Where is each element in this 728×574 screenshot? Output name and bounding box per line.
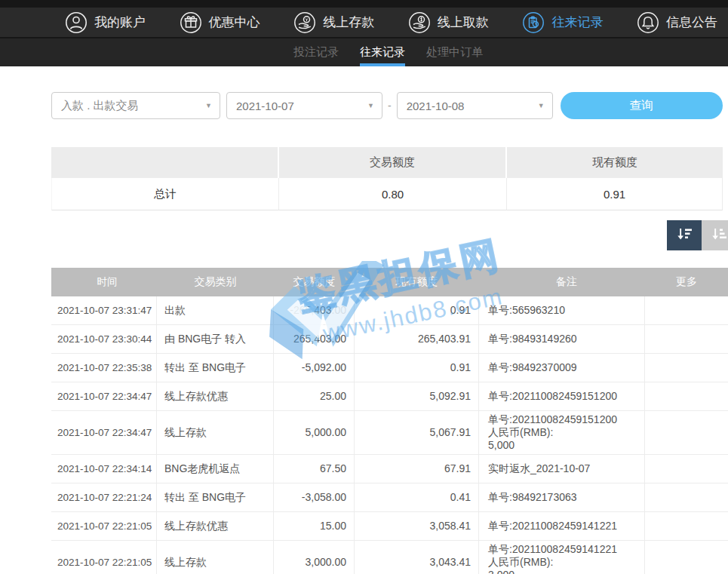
sort-desc-button[interactable] xyxy=(667,220,702,250)
cell-remark: 单号:202110082459141221 人民币(RMB): 3,000 xyxy=(479,541,645,574)
cell-remark: 单号:98492173063 xyxy=(479,483,645,511)
content-area: 入款 . 出款交易 ▼ 2021-10-07 ▼ - 2021-10-08 ▼ … xyxy=(0,92,728,574)
table-row: 2021-10-07 22:34:47 线上存款 5,000.00 5,067.… xyxy=(51,411,728,455)
cell-remark: 实时返水_2021-10-07 xyxy=(479,455,645,483)
cell-balance: 0.91 xyxy=(355,354,479,382)
cell-more xyxy=(645,541,728,574)
tab-transaction-records[interactable]: 往来记录 xyxy=(360,38,405,66)
cell-time: 2021-10-07 23:30:44 xyxy=(51,325,157,353)
summary-transaction-amount: 0.80 xyxy=(279,178,507,210)
table-row: 2021-10-07 22:21:24 转出 至 BNG电子 -3,058.00… xyxy=(51,483,728,512)
cell-more xyxy=(645,354,728,382)
deposit-icon xyxy=(293,11,316,34)
cell-remark: 单号:565963210 xyxy=(479,296,645,324)
cell-amount: 3,000.00 xyxy=(274,541,355,574)
cell-amount: -265,403.00 xyxy=(274,296,355,324)
cell-remark: 单号:202110082459141221 xyxy=(479,512,645,540)
column-header-remark: 备注 xyxy=(479,268,645,296)
cell-time: 2021-10-07 22:34:47 xyxy=(51,382,157,410)
summary-current-amount: 0.91 xyxy=(507,178,723,210)
transactions-header-row: 时间 交易类别 交易额度 现有额度 备注 更多 xyxy=(51,268,728,296)
cell-remark: 单号:202110082459151200 人民币(RMB): 5,000 xyxy=(479,411,645,454)
cell-remark: 单号:98493149260 xyxy=(479,325,645,353)
cell-time: 2021-10-07 23:31:47 xyxy=(51,296,157,324)
cell-more xyxy=(645,325,728,353)
bell-icon xyxy=(637,11,659,34)
cell-balance: 0.41 xyxy=(355,483,479,511)
cell-more xyxy=(645,512,728,540)
cell-amount: 67.50 xyxy=(274,455,355,483)
sort-ascending-icon xyxy=(709,225,728,247)
sort-asc-button[interactable] xyxy=(702,220,728,250)
chevron-down-icon: ▼ xyxy=(367,102,374,109)
cell-type: 线上存款 xyxy=(157,411,274,454)
chevron-down-icon: ▼ xyxy=(538,102,545,109)
cell-balance: 0.91 xyxy=(355,296,479,324)
nav-item-transaction-records[interactable]: 往来记录 xyxy=(522,11,603,34)
date-from-value: 2021-10-07 xyxy=(236,100,294,112)
transaction-type-select[interactable]: 入款 . 出款交易 ▼ xyxy=(51,92,220,119)
cell-balance: 5,067.91 xyxy=(355,411,479,454)
cell-amount: -3,058.00 xyxy=(274,483,355,511)
cell-type: 线上存款 xyxy=(157,541,274,574)
user-icon xyxy=(65,11,88,34)
date-to-value: 2021-10-08 xyxy=(407,100,465,112)
cell-balance: 3,043.41 xyxy=(355,541,479,574)
table-row: 2021-10-07 22:34:47 线上存款优惠 25.00 5,092.9… xyxy=(51,382,728,411)
column-header-type: 交易类别 xyxy=(157,268,274,296)
summary-header-row: 交易额度 现有额度 xyxy=(51,147,723,178)
cell-time: 2021-10-07 22:34:14 xyxy=(51,455,157,483)
main-nav: 我的账户 优惠中心 线上存款 线上取款 往来记录 信息公告 xyxy=(0,8,728,38)
records-icon xyxy=(522,11,545,34)
query-button[interactable]: 查询 xyxy=(561,92,723,119)
cell-time: 2021-10-07 22:21:05 xyxy=(51,512,157,540)
cell-amount: 25.00 xyxy=(274,382,355,410)
cell-amount: 265,403.00 xyxy=(274,325,355,353)
cell-more xyxy=(645,296,728,324)
cell-balance: 5,092.91 xyxy=(355,382,479,410)
cell-time: 2021-10-07 22:21:24 xyxy=(51,483,157,511)
sort-controls xyxy=(667,220,728,250)
cell-type: BNG老虎机返点 xyxy=(157,455,274,483)
date-range-separator: - xyxy=(388,100,392,112)
table-row: 2021-10-07 22:21:05 线上存款 3,000.00 3,043.… xyxy=(51,541,728,574)
column-header-balance: 现有额度 xyxy=(355,268,479,296)
cell-type: 由 BNG电子 转入 xyxy=(157,325,274,353)
date-from-select[interactable]: 2021-10-07 ▼ xyxy=(226,92,382,119)
cell-type: 转出 至 BNG电子 xyxy=(157,354,274,382)
nav-item-promotions[interactable]: 优惠中心 xyxy=(180,11,260,34)
summary-table: 交易额度 现有额度 总计 0.80 0.91 xyxy=(51,147,723,210)
table-row: 2021-10-07 22:35:38 转出 至 BNG电子 -5,092.00… xyxy=(51,354,728,382)
cell-amount: -5,092.00 xyxy=(274,354,355,382)
nav-item-label: 线上存款 xyxy=(323,14,374,31)
nav-item-label: 信息公告 xyxy=(666,14,717,31)
summary-header-transaction-amount: 交易额度 xyxy=(279,147,507,178)
nav-item-withdrawal[interactable]: 线上取款 xyxy=(408,11,489,34)
cell-type: 转出 至 BNG电子 xyxy=(157,483,274,511)
nav-item-my-account[interactable]: 我的账户 xyxy=(65,11,146,34)
tab-processing-orders[interactable]: 处理中订单 xyxy=(426,38,483,66)
transaction-type-value: 入款 . 出款交易 xyxy=(61,99,139,113)
sort-controls-row xyxy=(51,220,728,250)
chevron-down-icon: ▼ xyxy=(205,102,212,109)
tab-betting-records[interactable]: 投注记录 xyxy=(293,38,339,66)
column-header-amount: 交易额度 xyxy=(274,268,355,296)
table-row: 2021-10-07 22:34:14 BNG老虎机返点 67.50 67.91… xyxy=(51,455,728,483)
summary-header-current-amount: 现有额度 xyxy=(507,147,723,178)
cell-remark: 单号:98492370009 xyxy=(479,354,645,382)
cell-more xyxy=(645,455,728,483)
nav-item-announcements[interactable]: 信息公告 xyxy=(637,11,717,34)
sort-descending-icon xyxy=(674,225,694,247)
date-to-select[interactable]: 2021-10-08 ▼ xyxy=(397,92,553,119)
cell-type: 线上存款优惠 xyxy=(157,512,274,540)
cell-time: 2021-10-07 22:34:47 xyxy=(51,411,157,454)
cell-balance: 3,058.41 xyxy=(355,512,479,540)
cell-amount: 15.00 xyxy=(274,512,355,540)
cell-more xyxy=(645,411,728,454)
cell-balance: 265,403.91 xyxy=(355,325,479,353)
nav-item-deposit[interactable]: 线上存款 xyxy=(293,11,374,34)
cell-more xyxy=(645,483,728,511)
column-header-time: 时间 xyxy=(51,268,157,296)
table-row: 2021-10-07 23:31:47 出款 -265,403.00 0.91 … xyxy=(51,296,728,325)
cell-more xyxy=(645,382,728,410)
